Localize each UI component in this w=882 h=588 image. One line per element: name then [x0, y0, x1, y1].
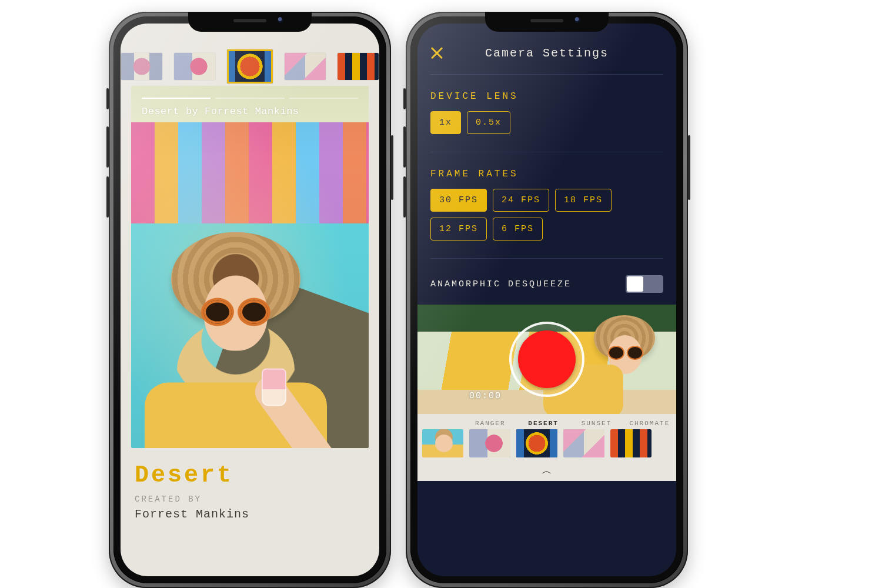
- hero-caption-bar: Desert by Forrest Mankins: [131, 86, 369, 117]
- filmstrip-swatch-sunset[interactable]: [563, 429, 604, 457]
- filter-title: Desert: [135, 462, 365, 489]
- filmstrip-swatch-chromate[interactable]: [610, 429, 652, 457]
- settings-header: Camera Settings: [417, 32, 676, 74]
- chevron-up-icon[interactable]: ︿: [417, 463, 676, 481]
- anamorphic-row: ANAMORPHIC DESQUEEZE: [417, 259, 676, 303]
- power-button: [688, 135, 690, 200]
- filter-filmstrip: RANGER DESERT SUNSET CHROMATE: [417, 414, 676, 481]
- sunglasses-icon: [203, 300, 268, 324]
- section-device-lens: DEVICE LENS 1x 0.5x: [417, 75, 676, 134]
- filter-swatch-e[interactable]: [338, 53, 379, 80]
- phone-mockup-left: Desert by Forrest Mankins Desert CREATED…: [109, 12, 391, 588]
- anamorphic-toggle[interactable]: [626, 275, 663, 293]
- filter-swatch-b[interactable]: [174, 53, 215, 80]
- hero-figure-drink: [262, 369, 286, 406]
- fps-18-chip[interactable]: 18 FPS: [555, 189, 612, 212]
- camera-viewfinder: 00:00: [417, 305, 676, 414]
- filter-swatch-desert-selected[interactable]: [227, 49, 273, 83]
- volume-down: [106, 176, 109, 218]
- fps-30-chip[interactable]: 30 FPS: [430, 189, 487, 212]
- fps-12-chip[interactable]: 12 FPS: [430, 218, 487, 240]
- record-button[interactable]: [509, 322, 584, 397]
- anamorphic-label: ANAMORPHIC DESQUEEZE: [430, 279, 572, 289]
- volume-down: [403, 176, 406, 218]
- screen-filter-detail: Desert by Forrest Mankins Desert CREATED…: [121, 24, 379, 576]
- section-frame-rates: FRAME RATES 30 FPS 24 FPS 18 FPS 12 FPS …: [417, 152, 676, 240]
- settings-title: Camera Settings: [485, 46, 609, 60]
- filter-swatch-strip[interactable]: [121, 47, 379, 86]
- record-icon: [518, 330, 576, 388]
- filter-swatch-a[interactable]: [121, 53, 162, 80]
- hero-caption-text: Desert by Forrest Mankins: [142, 106, 299, 117]
- power-button: [391, 135, 393, 200]
- label-chromate[interactable]: CHROMATE: [623, 420, 676, 427]
- toggle-knob: [627, 276, 643, 292]
- notch: [485, 12, 609, 32]
- mute-switch: [403, 88, 406, 109]
- label-ranger[interactable]: RANGER: [464, 420, 517, 427]
- creator-name: Forrest Mankins: [135, 507, 365, 521]
- fps-24-chip[interactable]: 24 FPS: [493, 189, 549, 212]
- fps-6-chip[interactable]: 6 FPS: [493, 218, 543, 240]
- filmstrip-live-preview[interactable]: [422, 429, 463, 457]
- created-by-label: CREATED BY: [135, 495, 365, 504]
- label-desert[interactable]: DESERT: [517, 420, 570, 427]
- record-timecode: 00:00: [469, 391, 502, 401]
- filter-meta: Desert CREATED BY Forrest Mankins: [121, 448, 379, 544]
- sunglasses-icon: [609, 347, 642, 359]
- screen-camera-settings: Camera Settings DEVICE LENS 1x 0.5x FRAM…: [417, 24, 676, 576]
- lens-0_5x-chip[interactable]: 0.5x: [467, 111, 510, 134]
- filmstrip-labels: RANGER DESERT SUNSET CHROMATE: [417, 417, 676, 428]
- viewfinder-subject: [580, 315, 668, 409]
- filmstrip-swatch-desert-selected[interactable]: [516, 429, 557, 457]
- frame-rates-label: FRAME RATES: [430, 169, 663, 179]
- filter-swatch-d[interactable]: [285, 53, 326, 80]
- lens-1x-chip[interactable]: 1x: [430, 111, 461, 134]
- label-sunset[interactable]: SUNSET: [570, 420, 623, 427]
- filmstrip-swatch-ranger[interactable]: [469, 429, 510, 457]
- mute-switch: [106, 88, 109, 109]
- hero-figure: [171, 232, 300, 326]
- frame-rate-options: 30 FPS 24 FPS 18 FPS 12 FPS 6 FPS: [430, 189, 663, 240]
- volume-up: [403, 126, 406, 168]
- filmstrip-spacer: [417, 420, 464, 427]
- device-lens-label: DEVICE LENS: [430, 91, 663, 102]
- volume-up: [106, 126, 109, 168]
- close-icon[interactable]: [429, 45, 445, 61]
- device-lens-options: 1x 0.5x: [430, 111, 663, 134]
- filter-hero-image: Desert by Forrest Mankins: [131, 86, 369, 448]
- filmstrip-items[interactable]: [417, 428, 676, 463]
- notch: [188, 12, 312, 32]
- story-progress: [142, 98, 358, 99]
- phone-mockup-right: Camera Settings DEVICE LENS 1x 0.5x FRAM…: [406, 12, 688, 588]
